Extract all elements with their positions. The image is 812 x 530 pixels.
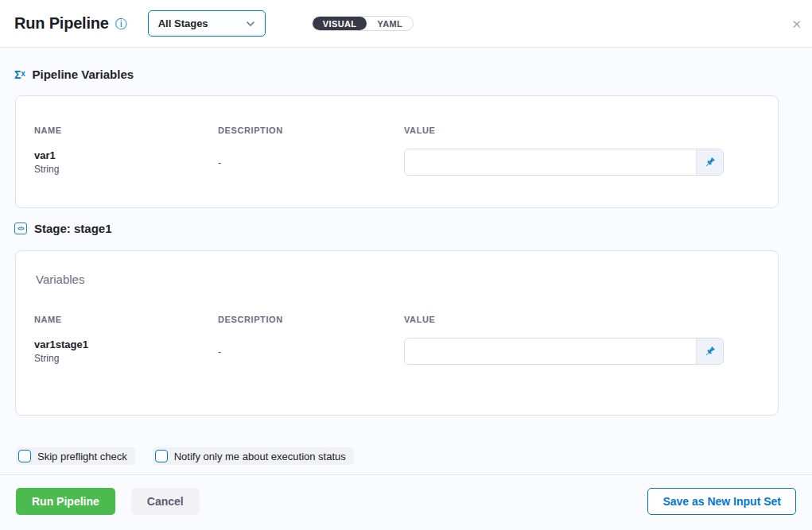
stage-card-title: Variables bbox=[16, 251, 778, 286]
variable-value-input[interactable] bbox=[405, 339, 696, 364]
variable-description: - bbox=[218, 346, 404, 358]
save-as-new-input-set-button[interactable]: Save as New Input Set bbox=[647, 488, 796, 515]
column-header-value: VALUE bbox=[404, 315, 724, 324]
variable-description: - bbox=[218, 157, 404, 168]
pin-button[interactable] bbox=[696, 149, 723, 175]
variable-name-cell: var1 String bbox=[34, 149, 218, 175]
pipeline-variables-section-header: Σˣ Pipeline Variables bbox=[14, 68, 812, 81]
pin-icon bbox=[704, 346, 716, 358]
table-header-row: NAME DESCRIPTION VALUE bbox=[34, 126, 724, 135]
column-header-name: NAME bbox=[34, 315, 218, 324]
info-icon[interactable]: ⓘ bbox=[115, 17, 127, 29]
variable-type: String bbox=[34, 164, 218, 175]
skip-preflight-checkbox-group[interactable]: Skip preflight check bbox=[16, 447, 135, 465]
table-header-row: NAME DESCRIPTION VALUE bbox=[34, 315, 724, 324]
pipeline-variables-icon: Σˣ bbox=[14, 69, 25, 80]
page-title: Run Pipeline bbox=[14, 14, 109, 33]
stage-variables-table: NAME DESCRIPTION VALUE var1stage1 String… bbox=[16, 286, 778, 365]
notify-me-checkbox-group[interactable]: Notify only me about execution status bbox=[153, 447, 354, 465]
notify-me-label: Notify only me about execution status bbox=[174, 451, 346, 462]
table-row: var1stage1 String - bbox=[34, 338, 724, 365]
pipeline-variables-table: NAME DESCRIPTION VALUE var1 String - bbox=[16, 96, 778, 176]
variable-value-input[interactable] bbox=[405, 149, 696, 175]
column-header-description: DESCRIPTION bbox=[218, 126, 404, 135]
notify-me-checkbox[interactable] bbox=[155, 450, 168, 462]
close-icon[interactable]: ✕ bbox=[791, 17, 802, 29]
pin-icon bbox=[704, 157, 716, 168]
stage-variables-card: Variables NAME DESCRIPTION VALUE var1sta… bbox=[15, 250, 779, 416]
visual-yaml-toggle: VISUAL YAML bbox=[312, 16, 414, 31]
pin-button[interactable] bbox=[696, 339, 723, 364]
variable-name: var1 bbox=[34, 149, 218, 161]
dialog-header: Run Pipeline ⓘ All Stages VISUAL YAML ✕ bbox=[0, 0, 812, 48]
stage-selector-dropdown[interactable]: All Stages bbox=[148, 10, 266, 37]
toggle-visual[interactable]: VISUAL bbox=[313, 17, 367, 30]
dialog-footer: Run Pipeline Cancel Save as New Input Se… bbox=[0, 475, 812, 528]
column-header-value: VALUE bbox=[404, 126, 724, 135]
execution-options: Skip preflight check Notify only me abou… bbox=[16, 447, 812, 465]
variable-value-field bbox=[404, 149, 724, 176]
variable-value-field bbox=[404, 338, 724, 365]
skip-preflight-label: Skip preflight check bbox=[37, 451, 127, 462]
stage-section-title: Stage: stage1 bbox=[34, 222, 112, 235]
cancel-button[interactable]: Cancel bbox=[131, 488, 200, 515]
variable-name-cell: var1stage1 String bbox=[34, 339, 218, 364]
variable-type: String bbox=[34, 353, 218, 364]
toggle-yaml[interactable]: YAML bbox=[367, 17, 413, 30]
pipeline-variables-title: Pipeline Variables bbox=[33, 68, 134, 81]
skip-preflight-checkbox[interactable] bbox=[18, 450, 31, 462]
run-pipeline-button[interactable]: Run Pipeline bbox=[16, 488, 115, 515]
variable-name: var1stage1 bbox=[34, 339, 218, 350]
column-header-description: DESCRIPTION bbox=[218, 315, 404, 324]
column-header-name: NAME bbox=[34, 126, 218, 135]
pipeline-variables-card: NAME DESCRIPTION VALUE var1 String - bbox=[15, 95, 779, 208]
stage-section-header: </> Stage: stage1 bbox=[14, 222, 812, 235]
table-row: var1 String - bbox=[34, 149, 724, 176]
chevron-down-icon bbox=[246, 21, 255, 27]
stage-selector-value: All Stages bbox=[158, 17, 208, 29]
stage-icon: </> bbox=[14, 222, 27, 234]
